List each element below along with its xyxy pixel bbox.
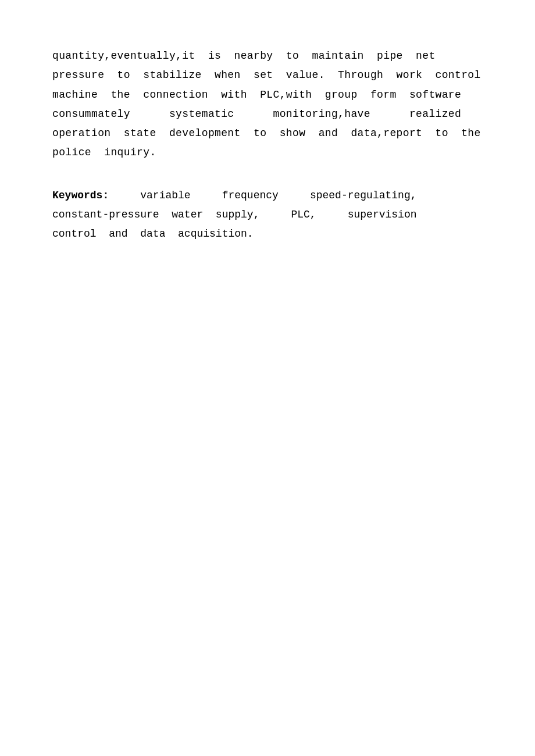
page-content: quantity,eventually,it is nearby to main… bbox=[0, 0, 535, 291]
paragraph-line-6: police inquiry. bbox=[52, 147, 156, 158]
keywords-section: Keywords: variable frequency speed-regul… bbox=[52, 186, 483, 244]
keywords-label: Keywords: bbox=[52, 190, 109, 201]
keywords-text-3: control and data acquisition. bbox=[52, 228, 254, 240]
paragraph-line-3: machine the connection with PLC,with gro… bbox=[52, 89, 461, 101]
paragraph-line-5: operation state development to show and … bbox=[52, 127, 481, 139]
keywords-text-1: variable frequency speed-regulating, bbox=[109, 190, 416, 201]
main-paragraph: quantity,eventually,it is nearby to main… bbox=[52, 47, 483, 163]
keywords-text-2: constant-pressure water supply, PLC, sup… bbox=[52, 209, 417, 220]
paragraph-line-2: pressure to stabilize when set value. Th… bbox=[52, 69, 481, 81]
paragraph-line-4: consummately systematic monitoring,have … bbox=[52, 108, 461, 120]
keywords-block: Keywords: variable frequency speed-regul… bbox=[52, 186, 483, 244]
paragraph-text: quantity,eventually,it is nearby to main… bbox=[52, 50, 436, 62]
